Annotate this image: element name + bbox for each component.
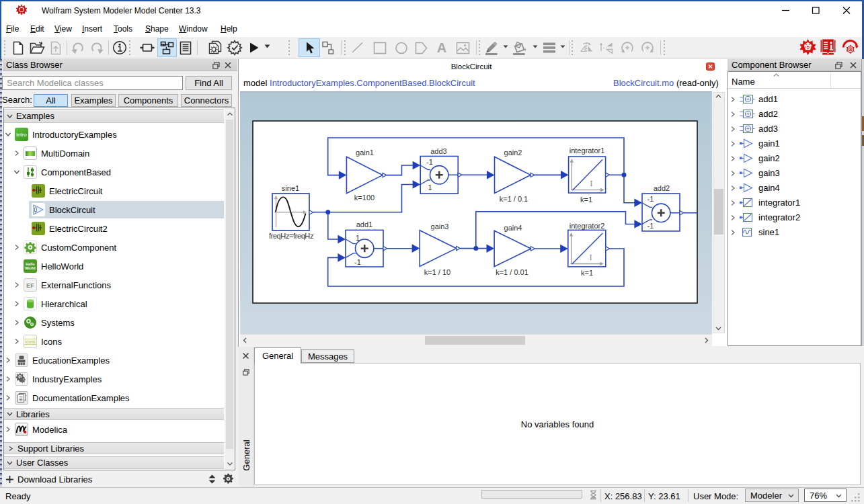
svg-text:integrator2: integrator2 bbox=[570, 222, 605, 230]
svg-text:k=1: k=1 bbox=[580, 196, 592, 204]
svg-text:1: 1 bbox=[356, 234, 360, 242]
svg-text:-1: -1 bbox=[426, 158, 433, 166]
svg-text:add1: add1 bbox=[356, 220, 372, 228]
svg-text:add2: add2 bbox=[654, 184, 670, 192]
svg-text:k=100: k=100 bbox=[354, 194, 375, 202]
svg-text:k=1 / 0.1: k=1 / 0.1 bbox=[500, 195, 528, 203]
svg-text:sine1: sine1 bbox=[282, 184, 299, 192]
svg-text:I: I bbox=[590, 253, 592, 262]
svg-text:-1: -1 bbox=[647, 195, 654, 203]
svg-text:k=1 / 10: k=1 / 10 bbox=[424, 268, 450, 276]
svg-text:integrator1: integrator1 bbox=[570, 146, 605, 155]
svg-text:add3: add3 bbox=[430, 147, 446, 155]
svg-text:k=1: k=1 bbox=[581, 269, 593, 277]
svg-text:gain4: gain4 bbox=[504, 224, 522, 232]
svg-text:gain3: gain3 bbox=[431, 222, 449, 230]
svg-text:freqHz=freqHz: freqHz=freqHz bbox=[269, 232, 313, 240]
svg-text:-1: -1 bbox=[647, 222, 654, 230]
svg-text:-1: -1 bbox=[354, 258, 361, 266]
svg-text:gain2: gain2 bbox=[504, 149, 522, 157]
svg-text:I: I bbox=[590, 179, 592, 188]
svg-text:gain1: gain1 bbox=[356, 149, 374, 157]
svg-text:1: 1 bbox=[428, 183, 432, 192]
svg-text:k=1 / 0.01: k=1 / 0.01 bbox=[496, 268, 528, 276]
